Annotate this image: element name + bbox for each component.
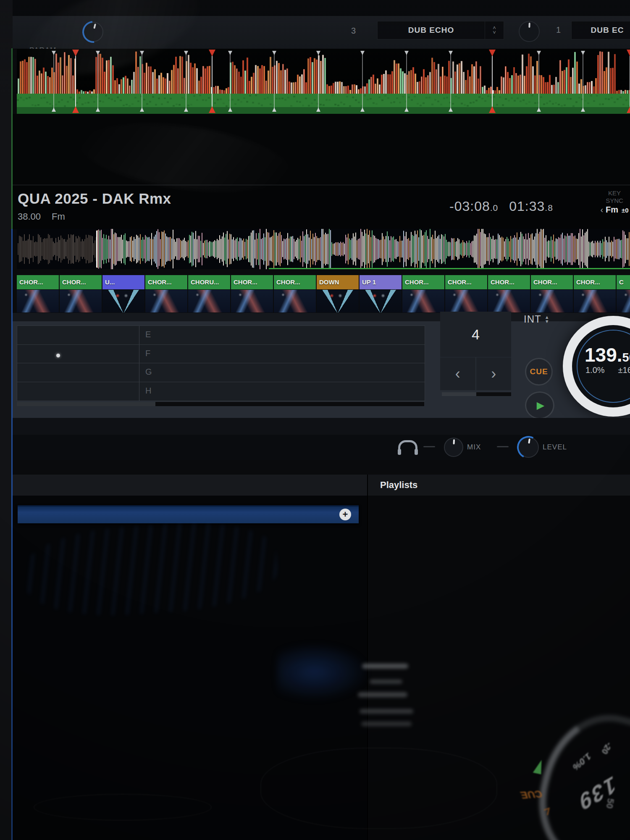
saved-loop-table[interactable]: EFGH [17,326,425,401]
hot-cue-label: CHOR... [231,275,273,289]
key-sync-label-top: KEY [591,189,630,197]
hot-cue-thumbnail [231,289,273,312]
hot-cue-label: CHOR... [60,275,102,289]
key-sync-panel[interactable]: KEY SYNC ‹Fm±0 [591,189,630,214]
hot-cue-pad[interactable]: CHORU... [188,275,230,313]
track-meta: 38.00Fm [18,211,65,222]
hot-cue-pad[interactable]: CHOR... [402,275,444,313]
fx-slot2-name: DUB EC [572,26,630,35]
loop-slot-row[interactable]: F [17,345,425,364]
hot-cue-pad[interactable]: DOWN [317,275,359,313]
hot-cue-thumbnail [360,289,402,312]
cue-button[interactable]: CUE [525,358,553,386]
loop-slot-row[interactable]: G [17,363,425,382]
add-button[interactable]: + [339,509,351,520]
selected-row-bar[interactable]: + [18,505,359,523]
play-button[interactable]: ▶ [525,391,554,419]
deck-bpm: 139. [585,344,622,366]
fx-slot2-count: 1 [556,25,561,35]
fx-slot1-select[interactable]: DUB ECHO ˄ ˅ [377,21,504,39]
beat-jump-forward-button[interactable]: › [476,357,512,390]
hot-cue-label: CHORU... [188,275,230,289]
hot-cue-thumbnail [317,289,359,312]
track-key: Fm [52,211,65,222]
library-left-header [13,475,367,496]
waveform-spacer [13,114,630,185]
hot-cue-pad[interactable]: U... [102,275,144,313]
pitch-range: ±16 [618,365,630,375]
headphone-level-knob[interactable] [518,437,539,458]
track-bpm: 38.00 [18,211,41,222]
knob-indicator [453,439,455,444]
range-bar-segment [442,392,476,396]
time-elapsed-frac: .8 [545,203,553,213]
hot-cue-label: CHOR... [574,275,616,289]
hot-cue-label: C [617,275,630,289]
playlists-title: Playlists [380,480,417,491]
beat-jump-value[interactable]: 4 [440,312,511,357]
loop-slot-row[interactable]: H [17,382,425,401]
main-waveform-canvas[interactable] [17,229,630,269]
key-sync-key: Fm [606,205,618,214]
hot-cue-label: UP 1 [360,275,402,289]
hot-cue-thumbnail [145,289,187,312]
track-info-bar: QUA 2025 - DAK Rmx 38.00Fm -03:08.001:33… [13,185,630,229]
int-chevron-down-icon[interactable]: ▼ [545,319,549,323]
hot-cue-pad[interactable]: CHOR... [531,275,573,313]
knob-indicator [528,23,530,28]
time-remaining-frac: .0 [490,203,499,213]
fx-slot2-knob[interactable] [519,21,540,42]
hot-cue-thumbnail [17,289,59,312]
hot-cue-pad[interactable]: C [617,275,630,313]
hot-cue-pad[interactable]: CHOR... [60,275,102,313]
hot-cue-label: CHOR... [488,275,530,289]
library-panel-divider[interactable] [367,475,368,840]
int-label: INT [524,313,541,325]
knob-indicator [528,438,530,444]
scrollbar-thumb[interactable] [17,402,155,406]
hot-cue-pad[interactable]: UP 1 [360,275,402,313]
loop-table-scrollbar[interactable] [17,402,424,406]
overview-waveform-canvas[interactable] [17,49,630,114]
hot-cue-thumbnail [188,289,230,312]
key-sync-chevron-icon[interactable]: ‹ [600,205,603,214]
hot-cue-thumbnail [488,289,530,312]
loop-slot-label: F [145,349,150,358]
library-track-list[interactable]: + [13,496,367,840]
beat-jump-range-bar[interactable] [442,392,511,396]
hot-cue-label: CHOR... [145,275,187,289]
hot-cue-thumbnail [531,289,573,312]
headphones-icon[interactable] [398,440,417,452]
playlists-panel[interactable] [368,496,630,840]
hot-cue-pad[interactable]: CHOR... [274,275,316,313]
fx-param-knob[interactable] [83,22,103,42]
play-icon: ▶ [537,399,544,411]
hot-cue-label: CHOR... [274,275,316,289]
fx-slot2-select[interactable]: DUB EC [571,21,630,39]
pitch-mode-control[interactable]: INT ▲ ▼ [524,313,549,325]
chevron-down-icon: ˅ [493,30,496,35]
mix-label: MIX [467,443,481,452]
hot-cue-pad[interactable]: CHOR... [17,275,59,313]
main-waveform[interactable] [17,229,630,269]
hot-cue-pad[interactable]: CHOR... [488,275,530,313]
hot-cue-pad[interactable]: CHOR... [145,275,187,313]
hot-cue-pad[interactable]: CHOR... [231,275,273,313]
left-bezel [0,0,13,840]
fx-bar: PARAM 3 DUB ECHO ˄ ˅ 1 DUB EC [13,16,630,49]
hot-cue-pad[interactable]: CHOR... [574,275,616,313]
beat-jump-back-button[interactable]: ‹ [440,357,475,390]
key-sync-offset: ±0 [622,207,629,214]
fx-slot1-stepper[interactable]: ˄ ˅ [485,21,504,39]
overview-waveform[interactable] [17,49,630,114]
dj-app-window: PARAM 3 DUB ECHO ˄ ˅ 1 DUB EC QUA 2025 -… [0,0,630,840]
hot-cue-label: CHOR... [531,275,573,289]
headphone-mix-knob[interactable] [444,438,463,457]
hot-cue-label: CHOR... [402,275,444,289]
hot-cue-thumbnail [274,289,316,312]
hot-cue-label: DOWN [317,275,359,289]
level-label: LEVEL [543,443,567,452]
loop-slot-label: E [145,330,151,339]
loop-slot-row[interactable]: E [17,326,425,345]
hot-cue-pad[interactable]: CHOR... [445,275,487,313]
